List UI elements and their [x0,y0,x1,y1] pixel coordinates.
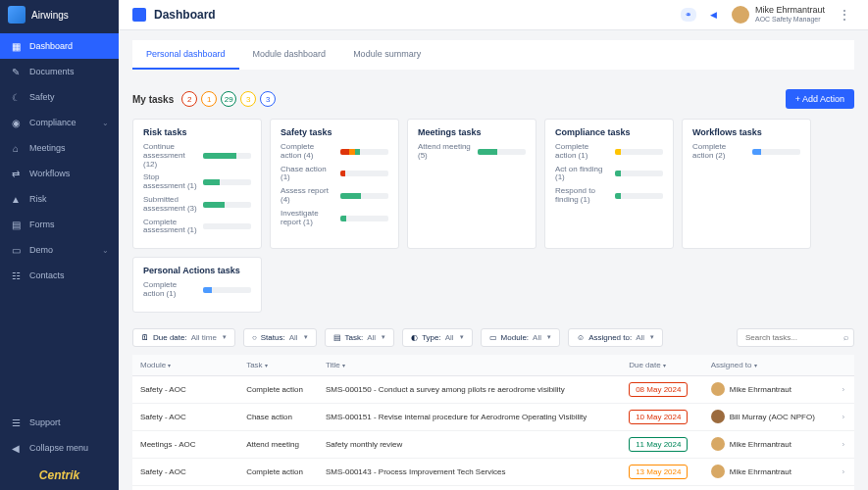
card-title: Personal Actions tasks [143,266,251,275]
table-row[interactable]: Safety - AOC Complete action SMS-000143 … [132,458,854,485]
task-card: Meetings tasksAttend meeting (5) [407,119,536,249]
sidebar-item-workflows[interactable]: ⇄Workflows [0,161,119,186]
sidebar-item-label: Support [29,417,61,427]
progress-bar [203,287,251,293]
col-header[interactable]: Task▾ [238,355,318,376]
sidebar-item-collapse-menu[interactable]: ◀Collapse menu [0,435,119,461]
chevron-right-icon[interactable]: › [835,403,855,430]
sidebar-item-contacts[interactable]: ☷Contacts [0,263,119,288]
filter-assigned-to[interactable]: ☺ Assigned to: All [568,328,663,347]
count-badge[interactable]: 1 [201,91,217,107]
progress-bar [203,179,251,185]
stat-row: Complete action (1) [143,281,251,299]
filter-icon: ▭ [489,333,497,342]
card-title: Workflows tasks [692,127,800,137]
link-icon[interactable]: ⚭ [681,8,696,22]
chevron-right-icon[interactable]: › [835,458,855,485]
progress-bar [752,149,800,155]
cell-module: Meetings - AOC [132,430,238,458]
cell-due: 10 May 2024 [621,403,703,430]
chevron-down-icon: ⌄ [102,119,109,127]
stat-label: Chase action (1) [281,166,334,183]
sidebar-item-risk[interactable]: ▲Risk [0,186,119,212]
search-input[interactable] [737,328,854,347]
progress-bar [203,153,251,159]
stat-label: Complete assessment (1) [143,219,197,236]
progress-bar [615,149,663,155]
filter-task[interactable]: ▤ Task: All [325,328,395,347]
table-row[interactable]: Safety - AOC Chase action SMS-000151 - R… [132,403,854,430]
table-row[interactable]: Meetings - AOC Attend meeting Safety mon… [132,430,854,458]
icon: ☰ [10,416,22,428]
card-title: Meetings tasks [418,127,526,137]
cell-task: Complete action [238,458,318,485]
tab-module-summary[interactable]: Module summary [339,40,434,70]
cell-assignee: Mike Ehrmantraut [703,458,835,485]
count-badge[interactable]: 3 [260,91,276,107]
stat-label: Complete action (4) [281,143,334,161]
avatar [732,6,749,24]
chevron-right-icon[interactable]: › [835,485,855,490]
user-menu[interactable]: Mike Ehrmantraut AOC Safety Manager [732,6,825,24]
filter-value: All [636,333,644,342]
col-header[interactable] [835,355,855,376]
tab-personal-dashboard[interactable]: Personal dashboard [132,40,239,70]
filter-status[interactable]: ○ Status: All [243,328,317,347]
sidebar-item-support[interactable]: ☰Support [0,410,119,435]
sidebar-item-dashboard[interactable]: ▦Dashboard [0,33,119,59]
sidebar-item-documents[interactable]: ✎Documents [0,59,119,84]
kebab-menu-icon[interactable]: ⋮ [835,8,854,22]
count-badge[interactable]: 3 [240,91,256,107]
tasks-header: My tasks 212933 + Add Action [132,79,854,119]
footer-brand: Centrik [0,461,119,490]
stat-row: Submitted assessment (3) [143,196,251,214]
table-row[interactable]: Safety - AOC Complete action SMS-000149 … [132,485,854,490]
progress-bar [340,171,388,176]
filter-due-date[interactable]: 🗓 Due date: All time [132,328,235,347]
chevron-right-icon[interactable]: › [835,375,855,403]
stat-row: Continue assessment (12) [143,143,251,169]
col-header[interactable]: Due date▾ [621,355,703,376]
filter-value: All [445,333,454,342]
stat-row: Stop assessment (1) [143,173,251,191]
filter-value: All time [191,333,217,342]
filter-type[interactable]: ◐ Type: All [402,328,472,347]
chevron-right-icon[interactable]: › [835,430,855,458]
sidebar-item-label: Dashboard [29,41,73,51]
brand: Airwings [0,0,119,29]
sidebar: Airwings ▦Dashboard✎Documents☾Safety◉Com… [0,0,119,490]
sidebar-item-label: Meetings [29,143,66,153]
chevron-down-icon: ⌄ [102,246,109,255]
icon: ◀ [10,442,22,454]
stat-label: Complete action (2) [692,143,746,161]
sidebar-item-forms[interactable]: ▤Forms [0,212,119,237]
demo-icon: ▭ [10,244,22,256]
search-box: ⌕ [737,328,854,347]
cell-module: Safety - AOC [132,375,238,403]
filter-module[interactable]: ▭ Module: All [481,328,560,347]
filter-value: All [289,333,298,342]
col-header[interactable]: Module▾ [132,355,238,376]
forms-icon: ▤ [10,219,22,230]
stat-label: Investigate report (1) [281,210,334,227]
user-name: Mike Ehrmantraut [755,6,825,16]
cell-task: Complete action [238,375,318,403]
progress-bar [478,149,526,155]
sidebar-item-compliance[interactable]: ◉Compliance⌄ [0,110,119,135]
tab-module-dashboard[interactable]: Module dashboard [239,40,340,70]
sidebar-item-demo[interactable]: ▭Demo⌄ [0,237,119,263]
col-header[interactable]: Title▾ [318,355,621,376]
card-title: Safety tasks [281,127,388,137]
compliance-icon: ◉ [10,117,22,128]
count-badge[interactable]: 29 [221,91,236,107]
cell-due: 13 May 2024 [621,458,703,485]
count-badge[interactable]: 2 [181,91,197,107]
cell-title: Safety monthly review [318,430,621,458]
announcement-icon[interactable]: ◀ [706,8,722,22]
cell-assignee: Mike Ehrmantraut [703,375,835,403]
col-header[interactable]: Assigned to▾ [703,355,835,376]
sidebar-item-safety[interactable]: ☾Safety [0,84,119,110]
sidebar-item-meetings[interactable]: ⌂Meetings [0,135,119,161]
add-action-button[interactable]: + Add Action [786,89,854,109]
table-row[interactable]: Safety - AOC Complete action SMS-000150 … [132,375,854,403]
